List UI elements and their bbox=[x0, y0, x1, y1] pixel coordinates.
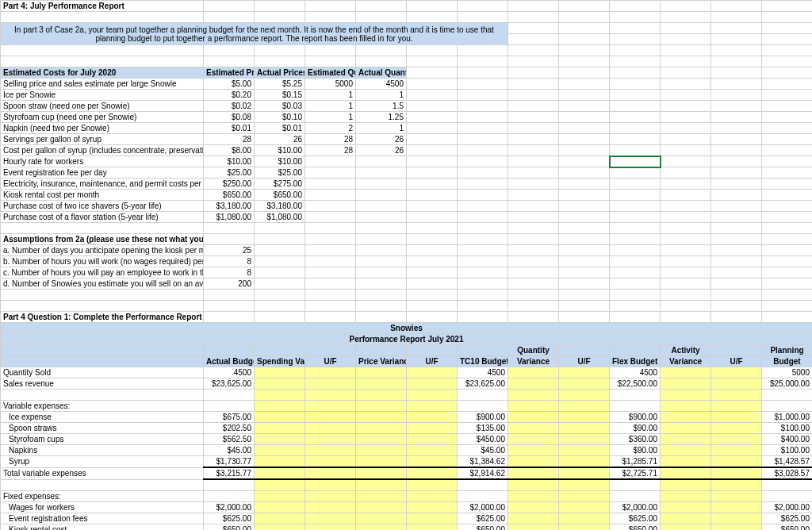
cell[interactable]: $45.00 bbox=[204, 445, 255, 456]
input-cell[interactable] bbox=[559, 434, 610, 445]
cell[interactable]: $650.00 bbox=[458, 524, 508, 530]
input-cell[interactable] bbox=[407, 456, 458, 468]
cell[interactable]: $0.15 bbox=[255, 90, 305, 101]
cell[interactable]: 25 bbox=[204, 245, 255, 256]
input-cell[interactable] bbox=[711, 445, 762, 456]
input-cell[interactable] bbox=[356, 456, 407, 468]
input-cell[interactable] bbox=[508, 501, 559, 513]
cell[interactable]: 4500 bbox=[610, 367, 661, 378]
input-cell[interactable] bbox=[356, 501, 407, 513]
cell[interactable]: 1.25 bbox=[356, 112, 407, 123]
cell[interactable]: $25,000.00 bbox=[762, 378, 813, 390]
cell[interactable]: $650.00 bbox=[204, 524, 255, 530]
cell[interactable]: $0.20 bbox=[204, 90, 255, 101]
cell[interactable]: $2,000.00 bbox=[204, 501, 255, 513]
input-cell[interactable] bbox=[661, 367, 711, 378]
input-cell[interactable] bbox=[255, 378, 305, 390]
input-cell[interactable] bbox=[559, 423, 610, 434]
input-cell[interactable] bbox=[255, 467, 305, 479]
cell[interactable]: 5000 bbox=[305, 79, 356, 90]
cell[interactable]: 5000 bbox=[762, 367, 813, 378]
cell[interactable]: $0.01 bbox=[204, 123, 255, 134]
input-cell[interactable] bbox=[508, 412, 559, 423]
input-cell[interactable] bbox=[356, 367, 407, 378]
input-cell[interactable] bbox=[407, 445, 458, 456]
input-cell[interactable] bbox=[661, 423, 711, 434]
input-cell[interactable] bbox=[508, 423, 559, 434]
input-cell[interactable] bbox=[305, 378, 356, 390]
cell[interactable]: $100.00 bbox=[762, 423, 813, 434]
cell[interactable]: $10.00 bbox=[204, 156, 255, 167]
input-cell[interactable] bbox=[661, 513, 711, 524]
cell[interactable]: $90.00 bbox=[610, 423, 661, 434]
input-cell[interactable] bbox=[711, 501, 762, 513]
cell[interactable]: 2 bbox=[305, 123, 356, 134]
cell[interactable]: $650.00 bbox=[204, 190, 255, 201]
cell[interactable]: $25.00 bbox=[204, 167, 255, 179]
input-cell[interactable] bbox=[559, 412, 610, 423]
input-cell[interactable] bbox=[255, 524, 305, 530]
cell[interactable]: $1,080.00 bbox=[204, 212, 255, 223]
input-cell[interactable] bbox=[508, 367, 559, 378]
cell[interactable]: 26 bbox=[255, 134, 305, 145]
cell[interactable]: $10.00 bbox=[255, 145, 305, 156]
input-cell[interactable] bbox=[305, 501, 356, 513]
input-cell[interactable] bbox=[407, 378, 458, 390]
cell[interactable]: $2,000.00 bbox=[610, 501, 661, 513]
cell[interactable]: $360.00 bbox=[610, 434, 661, 445]
input-cell[interactable] bbox=[508, 456, 559, 468]
input-cell[interactable] bbox=[305, 456, 356, 468]
input-cell[interactable] bbox=[661, 378, 711, 390]
cell[interactable]: $650.00 bbox=[255, 190, 305, 201]
input-cell[interactable] bbox=[356, 513, 407, 524]
input-cell[interactable] bbox=[508, 434, 559, 445]
input-cell[interactable] bbox=[407, 367, 458, 378]
input-cell[interactable] bbox=[559, 467, 610, 479]
input-cell[interactable] bbox=[255, 412, 305, 423]
cell[interactable]: $2,914.62 bbox=[458, 467, 508, 479]
cell[interactable]: $135.00 bbox=[458, 423, 508, 434]
cell[interactable]: $1,730.77 bbox=[204, 456, 255, 468]
cell[interactable]: $2,725.71 bbox=[610, 467, 661, 479]
cell[interactable]: 200 bbox=[204, 278, 255, 290]
input-cell[interactable] bbox=[508, 524, 559, 530]
input-cell[interactable] bbox=[407, 434, 458, 445]
cell[interactable]: 1 bbox=[356, 123, 407, 134]
input-cell[interactable] bbox=[559, 445, 610, 456]
input-cell[interactable] bbox=[711, 412, 762, 423]
cell[interactable]: $900.00 bbox=[610, 412, 661, 423]
input-cell[interactable] bbox=[661, 445, 711, 456]
input-cell[interactable] bbox=[508, 378, 559, 390]
input-cell[interactable] bbox=[407, 412, 458, 423]
cell[interactable]: 8 bbox=[204, 256, 255, 267]
cell[interactable]: $900.00 bbox=[458, 412, 508, 423]
input-cell[interactable] bbox=[356, 524, 407, 530]
cell[interactable]: $0.08 bbox=[204, 112, 255, 123]
cell[interactable]: 1.5 bbox=[356, 101, 407, 112]
cell[interactable]: $5.00 bbox=[204, 79, 255, 90]
cell[interactable]: $22,500.00 bbox=[610, 378, 661, 390]
input-cell[interactable] bbox=[356, 445, 407, 456]
input-cell[interactable] bbox=[407, 524, 458, 530]
input-cell[interactable] bbox=[407, 513, 458, 524]
cell[interactable]: $275.00 bbox=[255, 179, 305, 190]
input-cell[interactable] bbox=[255, 501, 305, 513]
input-cell[interactable] bbox=[305, 524, 356, 530]
cell[interactable]: $3,028.57 bbox=[762, 467, 813, 479]
input-cell[interactable] bbox=[711, 467, 762, 479]
cell[interactable]: $2,000.00 bbox=[762, 501, 813, 513]
cell[interactable]: 1 bbox=[305, 101, 356, 112]
input-cell[interactable] bbox=[559, 367, 610, 378]
cell[interactable]: $650.00 bbox=[762, 524, 813, 530]
cell[interactable]: 1 bbox=[305, 112, 356, 123]
cell[interactable]: $1,285.71 bbox=[610, 456, 661, 468]
cell[interactable]: $1,428.57 bbox=[762, 456, 813, 468]
cell[interactable]: $562.50 bbox=[204, 434, 255, 445]
cell[interactable]: $400.00 bbox=[762, 434, 813, 445]
cell[interactable]: 1 bbox=[305, 90, 356, 101]
input-cell[interactable] bbox=[559, 456, 610, 468]
input-cell[interactable] bbox=[305, 513, 356, 524]
cell[interactable]: 26 bbox=[356, 134, 407, 145]
input-cell[interactable] bbox=[305, 367, 356, 378]
input-cell[interactable] bbox=[305, 467, 356, 479]
